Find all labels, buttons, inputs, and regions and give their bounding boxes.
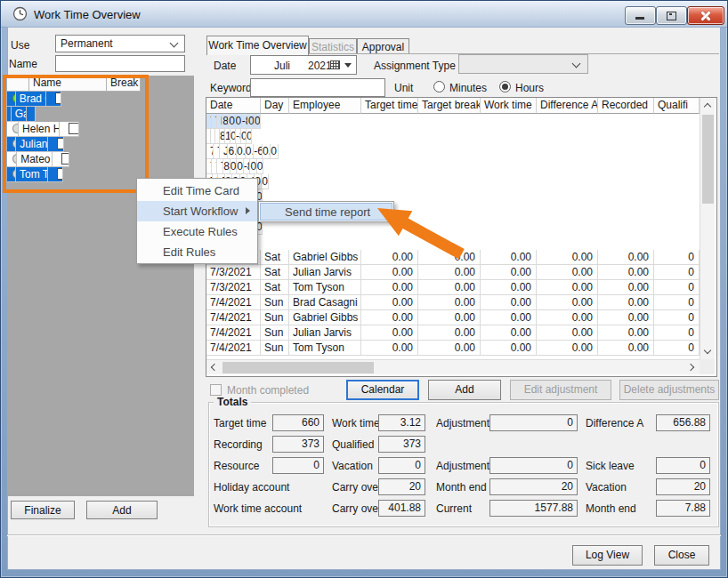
scroll-down-icon[interactable]	[700, 344, 716, 359]
month-completed-checkbox[interactable]	[210, 384, 222, 396]
cell-employee: Tom Tyson	[289, 280, 361, 295]
cell-qualified: 0	[654, 295, 700, 310]
table-column-header[interactable]: Employee	[289, 98, 361, 114]
table-column-header[interactable]: Qualifi	[654, 98, 700, 114]
table-column-header[interactable]: Difference A	[537, 98, 598, 114]
minimize-button[interactable]	[625, 6, 656, 25]
employee-row[interactable]: Helen Hopper	[7, 122, 79, 137]
context-submenu: Send time report	[258, 201, 394, 222]
table-column-header[interactable]: Target time	[361, 98, 418, 114]
footer-separator	[7, 534, 721, 536]
cell-target-break: 0.00	[418, 280, 481, 295]
employee-row[interactable]: Gabriel Gibbs	[7, 107, 36, 122]
cell-target-time: 0.00	[361, 341, 418, 356]
date-picker[interactable]: Juli 2021	[250, 55, 357, 75]
vertical-scrollbar[interactable]	[700, 98, 715, 359]
finalize-button[interactable]: Finalize	[11, 501, 75, 519]
name-input[interactable]	[55, 55, 185, 72]
calendar-button[interactable]: Calendar	[346, 380, 419, 400]
work-time-field: 3.12	[378, 414, 425, 431]
menu-item-execute-rules[interactable]: Execute Rules	[137, 221, 257, 242]
submenu-arrow-icon	[246, 207, 250, 214]
break-checkbox[interactable]	[61, 153, 69, 165]
cell-qualified: 0	[247, 129, 252, 144]
tab-statistics[interactable]: Statistics	[309, 38, 357, 54]
break-cell	[46, 92, 61, 107]
cell-target-break: 0.00	[418, 250, 481, 265]
cell-difference-a: 0.00	[537, 325, 598, 341]
resource-field: 0	[272, 457, 324, 474]
month-end2-field: 7.88	[656, 500, 710, 517]
carry-over2-label: Carry over	[332, 502, 382, 515]
cell-recorded: 0.00	[598, 250, 654, 265]
break-checkbox[interactable]	[55, 92, 61, 104]
table-column-header[interactable]: Date	[206, 98, 261, 114]
horizontal-scrollbar[interactable]	[206, 359, 700, 374]
qualified-label: Qualified	[332, 438, 374, 451]
month-end2-label: Month end	[586, 502, 636, 515]
table-column-header[interactable]: Target break	[418, 98, 481, 114]
table-row[interactable]: 7/3/2021 Sat Tom Tyson 0.00 0.00 0.00 0.…	[206, 280, 700, 295]
table-column-header[interactable]: Recorded	[598, 98, 654, 114]
table-row[interactable]: 7/1/2021 Thu Brad Casagni 8.00 0.50 0.00…	[206, 114, 261, 129]
add-button[interactable]: Add	[428, 380, 501, 400]
table-column-header[interactable]: Day	[261, 98, 289, 114]
scroll-right-icon[interactable]	[684, 360, 700, 375]
employee-row[interactable]: Brad Casagni	[7, 92, 61, 107]
keyword-input[interactable]	[250, 78, 385, 97]
current-label: Current	[436, 502, 472, 515]
table-row[interactable]: 7/1/2021 Thu Gabriel Gibbs 8.00 1.00 0.0…	[206, 129, 235, 144]
month-completed-label: Month completed	[227, 384, 309, 397]
tab-approval[interactable]: Approval	[357, 38, 409, 54]
delete-adjustments-button[interactable]: Delete adjustments	[619, 380, 719, 400]
vacation2-label: Vacation	[586, 481, 627, 494]
add-employee-button[interactable]: Add	[86, 501, 158, 519]
cell-difference-a: 0.00	[537, 250, 598, 265]
table-row[interactable]: 7/4/2021 Sun Julian Jarvis 0.00 0.00 0.0…	[206, 325, 700, 341]
date-dropdown-icon[interactable]	[344, 63, 352, 68]
table-row[interactable]: 7/4/2021 Sun Gabriel Gibbs 0.00 0.00 0.0…	[206, 310, 700, 325]
cell-recorded: 0.00	[250, 159, 256, 174]
table-row[interactable]: 7/3/2021 Sat Julian Jarvis 0.00 0.00 0.0…	[206, 265, 700, 280]
cell-recorded: 0.00	[598, 280, 654, 295]
employee-name: Helen Hopper	[19, 122, 60, 137]
log-view-button[interactable]: Log View	[572, 545, 643, 566]
edit-adjustment-button[interactable]: Edit adjustment	[510, 380, 611, 400]
assignment-type-dropdown[interactable]	[458, 54, 588, 74]
scroll-up-icon[interactable]	[700, 98, 716, 113]
qualified-field: 373	[378, 436, 425, 453]
table-column-header[interactable]: Work time	[481, 98, 537, 114]
close-window-button[interactable]	[687, 6, 724, 25]
totals-title: Totals	[214, 396, 251, 408]
employee-row[interactable]: Julian Jarvis	[7, 137, 64, 152]
table-row[interactable]: 7/3/2021 Sat Gabriel Gibbs 0.00 0.00 0.0…	[206, 250, 700, 265]
break-checkbox[interactable]	[57, 138, 64, 149]
table-row[interactable]: 7/4/2021 Sun Brad Casagni 0.00 0.00 0.00…	[206, 295, 700, 310]
employee-row[interactable]: Tom Tyson	[7, 167, 63, 182]
maximize-button[interactable]	[656, 6, 687, 25]
close-button[interactable]: Close	[654, 545, 709, 566]
table-row[interactable]: 7/1/2021 Thu Tom Tyson 8.00 0.00 0.00 -8…	[206, 159, 263, 174]
sick-leave-field: 0	[656, 457, 710, 474]
scrollbar-corner	[700, 359, 715, 374]
table-row[interactable]: 7/1/2021 Thu Julian Jarvis 6.00 0.00 0.0…	[206, 144, 279, 159]
cell-difference-a: -8.00	[242, 114, 248, 129]
menu-item-start-workflow[interactable]: Start Workflow	[137, 201, 257, 221]
menu-item-edit-rules[interactable]: Edit Rules	[137, 242, 257, 262]
scroll-left-icon[interactable]	[206, 360, 222, 375]
chevron-down-icon	[572, 60, 581, 68]
vertical-scroll-thumb[interactable]	[702, 115, 714, 204]
hours-radio[interactable]	[499, 81, 511, 92]
tab-work-time-overview[interactable]: Work Time Overview	[206, 36, 309, 55]
horizontal-scroll-thumb[interactable]	[222, 362, 374, 373]
break-checkbox[interactable]	[69, 123, 79, 134]
employee-name: Mateo Mullen	[17, 152, 53, 167]
minutes-radio[interactable]	[433, 81, 445, 92]
menu-item-send-time-report[interactable]: Send time report	[260, 203, 392, 221]
break-checkbox[interactable]	[57, 168, 63, 180]
menu-item-edit-time-card[interactable]: Edit Time Card	[137, 181, 257, 201]
use-dropdown[interactable]: Permanent	[55, 35, 185, 52]
resource-label: Resource	[214, 460, 259, 472]
employee-row[interactable]: Mateo Mullen	[7, 152, 69, 167]
table-row[interactable]: 7/4/2021 Sun Tom Tyson 0.00 0.00 0.00 0.…	[206, 341, 700, 356]
